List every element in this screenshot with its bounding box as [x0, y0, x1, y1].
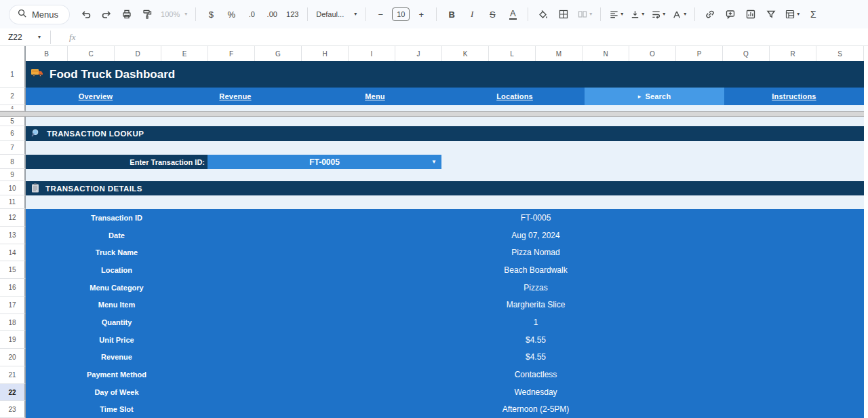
tab-overview[interactable]: Overview: [26, 88, 165, 105]
row-header-1[interactable]: 1: [0, 61, 26, 88]
clipboard-icon: [31, 183, 39, 194]
print-button[interactable]: [118, 5, 136, 23]
column-header-Q[interactable]: Q: [723, 46, 770, 61]
column-header-O[interactable]: O: [629, 46, 676, 61]
column-header-J[interactable]: J: [395, 46, 442, 61]
menus-search[interactable]: Menus: [9, 5, 69, 24]
column-header-P[interactable]: P: [676, 46, 723, 61]
transaction-id-dropdown[interactable]: FT-0005 ▼: [208, 155, 441, 169]
row-header-17[interactable]: 17: [0, 297, 26, 314]
detail-row: Day of WeekWednesday: [26, 383, 864, 401]
column-header-C[interactable]: C: [68, 46, 115, 61]
name-box[interactable]: Z22: [0, 33, 38, 42]
column-header-N[interactable]: N: [583, 46, 629, 61]
row-header-22[interactable]: 22: [0, 384, 26, 401]
column-header-L[interactable]: L: [489, 46, 536, 61]
name-box-caret-icon[interactable]: ▾: [38, 35, 41, 40]
transaction-details-table: Transaction IDFT-0005DateAug 07, 2024Tru…: [26, 209, 864, 418]
redo-button[interactable]: [98, 5, 115, 23]
row-header-8[interactable]: 8: [0, 155, 26, 169]
detail-row: DateAug 07, 2024: [26, 227, 864, 244]
text-rotation-button[interactable]: ▾: [670, 5, 688, 23]
row-header-21[interactable]: 21: [0, 366, 26, 384]
create-filter-button[interactable]: [762, 5, 780, 23]
row-header-13[interactable]: 13: [0, 227, 26, 244]
zoom-select[interactable]: 100% ▾: [159, 5, 189, 23]
column-header-H[interactable]: H: [302, 46, 349, 61]
tab-locations[interactable]: Locations: [445, 88, 585, 105]
row-header-10[interactable]: 10: [0, 181, 26, 195]
column-header-E[interactable]: E: [161, 46, 208, 61]
detail-label: Quantity: [26, 318, 208, 326]
column-header-M[interactable]: M: [536, 46, 583, 61]
functions-button[interactable]: Σ: [804, 5, 822, 23]
italic-button[interactable]: I: [463, 5, 481, 23]
insert-link-button[interactable]: [701, 5, 719, 23]
strikethrough-button[interactable]: S: [484, 5, 501, 23]
row-header-5[interactable]: 5: [0, 117, 26, 126]
column-header-G[interactable]: G: [255, 46, 302, 61]
vertical-align-button[interactable]: ▾: [628, 5, 646, 23]
row-header-16[interactable]: 16: [0, 279, 26, 297]
font-select[interactable]: Defaul...▾: [314, 5, 359, 23]
fill-color-button[interactable]: [534, 5, 552, 23]
column-header-B[interactable]: B: [26, 46, 68, 61]
detail-value: Pizzas: [208, 283, 864, 292]
text-wrap-button[interactable]: ▾: [649, 5, 667, 23]
row-header-23[interactable]: 23: [0, 401, 26, 418]
insert-comment-button[interactable]: [722, 5, 739, 23]
row-header-14[interactable]: 14: [0, 244, 26, 261]
select-all-corner[interactable]: [0, 46, 26, 61]
decrease-decimal-button[interactable]: .0: [243, 5, 260, 23]
borders-button[interactable]: [555, 5, 572, 23]
merge-cells-button[interactable]: ▾: [575, 5, 594, 23]
column-header-K[interactable]: K: [442, 46, 489, 61]
column-header-I[interactable]: I: [349, 46, 395, 61]
undo-button[interactable]: [77, 5, 95, 23]
column-header-R[interactable]: R: [770, 46, 816, 61]
column-header-F[interactable]: F: [208, 46, 255, 61]
detail-label: Menu Item: [26, 301, 208, 309]
column-header-D[interactable]: D: [115, 46, 161, 61]
row-header-6[interactable]: 6: [0, 126, 26, 141]
bold-button[interactable]: B: [443, 5, 460, 23]
increase-decimal-button[interactable]: .00: [263, 5, 281, 23]
row-header-12[interactable]: 12: [0, 209, 26, 227]
insert-chart-button[interactable]: [742, 5, 760, 23]
decrease-font-size-button[interactable]: −: [372, 5, 389, 23]
font-size-input[interactable]: 10: [392, 7, 410, 21]
detail-label: Unit Price: [26, 336, 208, 344]
tab-revenue[interactable]: Revenue: [165, 88, 305, 105]
percent-format-button[interactable]: %: [222, 5, 240, 23]
paint-format-button[interactable]: [138, 5, 156, 23]
currency-format-button[interactable]: $: [202, 5, 220, 23]
text-color-button[interactable]: A: [504, 5, 521, 23]
frozen-rows-divider[interactable]: [0, 111, 864, 117]
row-header-4[interactable]: 4: [0, 105, 26, 111]
dropdown-arrow-icon[interactable]: ▼: [431, 159, 437, 165]
horizontal-align-button[interactable]: ▾: [607, 5, 625, 23]
detail-value: FT-0005: [208, 213, 864, 223]
detail-label: Date: [26, 231, 208, 240]
tab-instructions[interactable]: Instructions: [724, 88, 864, 105]
tab-search[interactable]: ▸Search: [585, 88, 724, 105]
lookup-header-label: TRANSACTION LOOKUP: [47, 130, 144, 138]
fx-icon: fx: [69, 32, 75, 43]
row-header-2[interactable]: 2: [0, 88, 26, 105]
detail-value: 1: [208, 318, 864, 327]
more-formats-button[interactable]: 123: [283, 5, 301, 23]
detail-value: $4.55: [208, 352, 864, 362]
insert-table-button[interactable]: ▾: [783, 5, 802, 23]
tab-label: Instructions: [772, 92, 816, 100]
row-header-18[interactable]: 18: [0, 314, 26, 331]
row-header-20[interactable]: 20: [0, 349, 26, 366]
row-header-19[interactable]: 19: [0, 331, 26, 349]
row-header-9[interactable]: 9: [0, 169, 26, 181]
row-header-11[interactable]: 11: [0, 195, 26, 209]
column-header-S[interactable]: S: [816, 46, 864, 61]
detail-label: Day of Week: [26, 388, 208, 396]
row-header-7[interactable]: 7: [0, 141, 26, 155]
increase-font-size-button[interactable]: +: [412, 5, 430, 23]
row-header-15[interactable]: 15: [0, 261, 26, 279]
tab-menu[interactable]: Menu: [305, 88, 445, 105]
